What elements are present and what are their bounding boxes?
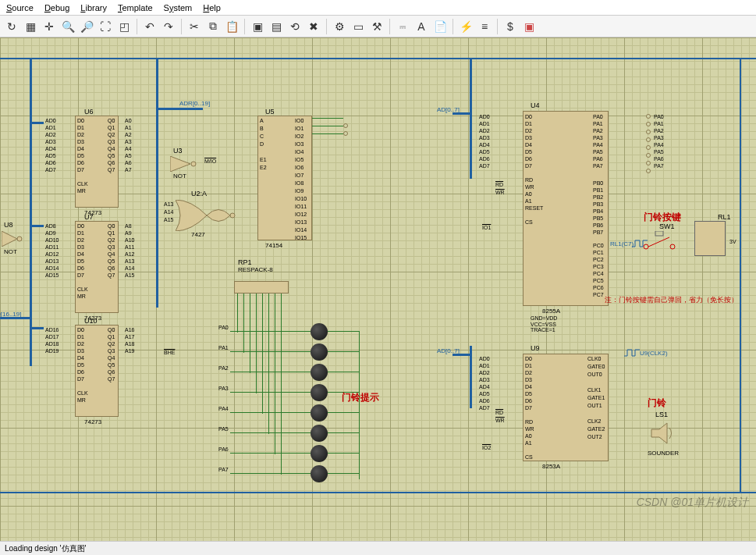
pin-label: B [260, 126, 264, 132]
chip-rp1[interactable] [234, 281, 289, 294]
script-icon[interactable]: 📄 [431, 18, 449, 35]
pulse-probe-2[interactable] [624, 348, 640, 359]
pick-icon[interactable]: ⚙ [331, 18, 348, 35]
wire-icon[interactable]: ⎓ [394, 18, 411, 35]
pa0l: PA0 [218, 325, 229, 331]
pin-label: WR [525, 184, 534, 190]
status-text: Loading design '仿真图' [5, 543, 86, 554]
u4-part: 8255A [542, 308, 560, 315]
t-pa1 [646, 122, 651, 126]
sounder-ls1[interactable] [648, 420, 675, 449]
bom-icon[interactable]: $ [502, 18, 519, 35]
cut-icon[interactable]: ✂ [186, 18, 203, 35]
w-pa4 [230, 412, 311, 413]
pin-label: D0 [77, 327, 84, 333]
redo-icon[interactable]: ↷ [160, 18, 177, 35]
block-rotate-icon[interactable]: ⟲ [286, 18, 303, 35]
io2w [312, 133, 343, 134]
pin-label: CLK [77, 390, 88, 397]
relay-rl1[interactable] [694, 221, 726, 256]
pin-label: D6 [77, 369, 84, 375]
target-icon[interactable]: ✛ [41, 18, 58, 35]
erc-icon[interactable]: ⚡ [457, 18, 474, 35]
pin-label: CLK1 [587, 387, 602, 393]
menu-source[interactable]: SSourceource [6, 3, 34, 12]
w-pa6 [230, 453, 311, 454]
u4-label: U4 [531, 101, 540, 109]
block-copy-icon[interactable]: ▣ [249, 18, 266, 35]
pin-label: A14 [125, 265, 134, 272]
pin-label: AD4 [45, 146, 56, 152]
pin-label: AD3 [479, 377, 490, 383]
pin-label: AD6 [479, 156, 490, 162]
pulse-probe-1[interactable] [632, 239, 648, 250]
menu-debug[interactable]: Debug [44, 3, 69, 12]
paste-icon[interactable]: 📋 [223, 18, 240, 35]
mio-label: M/IO [204, 158, 216, 165]
pin-label: D3 [77, 139, 84, 145]
package-icon[interactable]: ▭ [350, 18, 367, 35]
pin-label: Q5 [108, 258, 115, 265]
zoom-fit-icon[interactable]: ⛶ [97, 18, 114, 35]
block-move-icon[interactable]: ▤ [268, 18, 285, 35]
refresh-icon[interactable]: ↻ [3, 18, 20, 35]
block-delete-icon[interactable]: ✖ [305, 18, 322, 35]
pin-label: AD5 [479, 391, 490, 397]
io1w [312, 126, 343, 126]
pin-label: A10 [125, 237, 134, 244]
netlist-icon[interactable]: ≡ [476, 18, 493, 35]
copy-icon[interactable]: ⧉ [204, 18, 222, 35]
menu-library[interactable]: Library [80, 3, 107, 12]
pin-label: AD1 [479, 363, 490, 369]
u3-label: U3 [173, 147, 183, 155]
grid-icon[interactable]: ▦ [22, 18, 39, 35]
pin-label: D5 [77, 362, 84, 368]
ares-icon[interactable]: ▣ [520, 18, 538, 35]
pin-label: D1 [77, 230, 84, 237]
note-label: 注：门铃按键需自己弹回，省力（免长按） [605, 295, 738, 305]
svg-point-4 [230, 213, 235, 218]
t-io1 [343, 123, 348, 128]
text-icon[interactable]: A [413, 18, 430, 35]
gate-u8-not[interactable] [2, 231, 25, 248]
pin-label: AD1 [479, 121, 490, 127]
pin-label: D7 [525, 163, 532, 169]
menu-help[interactable]: Help [203, 3, 221, 12]
led-pa6 [311, 445, 328, 462]
zoom-out-icon[interactable]: 🔎 [78, 18, 95, 35]
pin-label: A11 [125, 244, 134, 251]
svg-marker-2 [170, 156, 190, 172]
pin-label: AD2 [45, 132, 56, 138]
decompose-icon[interactable]: ⚒ [368, 18, 385, 35]
rv7 [281, 294, 282, 475]
pin-label: D1 [77, 125, 84, 131]
undo-icon[interactable]: ↶ [141, 18, 158, 35]
pin-label: AD4 [479, 142, 490, 148]
menu-system[interactable]: System [164, 3, 193, 12]
pin-label: D2 [77, 341, 84, 347]
u2a-a13: A13 [164, 201, 173, 208]
pin-label: Q6 [108, 160, 115, 166]
pin-label: PA6 [593, 156, 603, 162]
sheet-border-top [0, 58, 756, 59]
menu-template[interactable]: Template [118, 3, 153, 12]
gate-u2a[interactable] [176, 200, 238, 233]
zoom-area-icon[interactable]: ◰ [115, 18, 133, 35]
gate-u3-not[interactable] [170, 156, 201, 173]
lg5 [328, 432, 359, 433]
schematic-canvas[interactable]: U6 74273 U7 74273 U10 74273 U8 NOT U3 NO… [0, 37, 756, 541]
pin-label: AD3 [45, 139, 56, 145]
pin-label: AD17 [45, 334, 59, 340]
u8-label: U8 [4, 221, 13, 229]
pin-label: E2 [260, 165, 267, 171]
pin-label: C [260, 133, 264, 140]
ls1-label: LS1 [655, 411, 668, 418]
svg-marker-0 [2, 231, 17, 247]
pin-label: Q6 [108, 265, 115, 272]
pin-label: D4 [525, 384, 532, 390]
pin-label: PA1 [654, 121, 664, 127]
u2a-part: 7427 [191, 231, 205, 238]
rl1c7-label: RL1(C7) [610, 240, 634, 247]
pin-label: PC4 [593, 271, 604, 277]
zoom-in-icon[interactable]: 🔍 [59, 18, 76, 35]
